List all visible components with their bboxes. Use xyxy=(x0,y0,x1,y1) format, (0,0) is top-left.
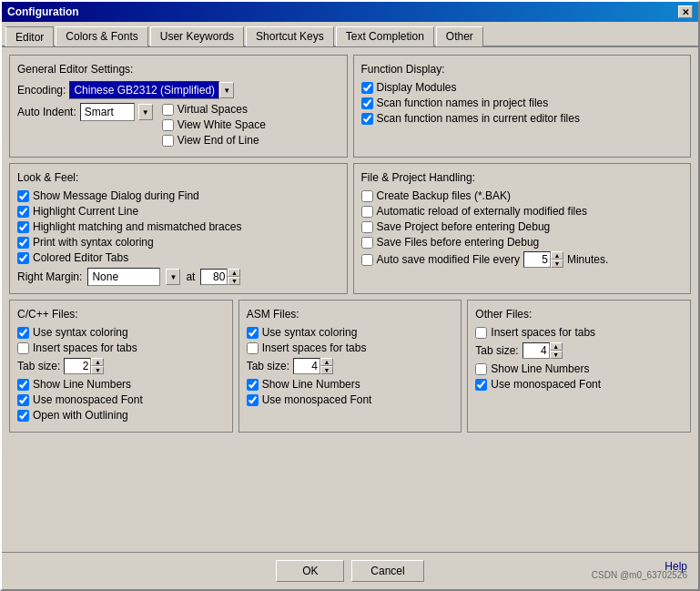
asm-tab-spin-down[interactable]: ▼ xyxy=(320,366,333,374)
cpp-outlining-row: Open with Outlining xyxy=(17,409,225,422)
dialog-title: Configuration xyxy=(7,5,79,18)
right-margin-arrow[interactable]: ▼ xyxy=(166,269,180,285)
cpp-outlining-label: Open with Outlining xyxy=(33,409,128,422)
other-insert-spaces-checkbox[interactable] xyxy=(475,327,487,339)
tab-editor[interactable]: Editor xyxy=(5,26,54,46)
cpp-insert-spaces-label: Insert spaces for tabs xyxy=(33,341,137,354)
virtual-spaces-row: Virtual Spaces xyxy=(162,103,266,116)
asm-tab-spin-up[interactable]: ▲ xyxy=(320,358,333,366)
other-title: Other Files: xyxy=(475,308,683,321)
save-files-checkbox[interactable] xyxy=(361,237,373,249)
auto-save-label: Auto save modified File every xyxy=(377,253,520,266)
other-insert-spaces-row: Insert spaces for tabs xyxy=(475,326,683,339)
right-margin-row: Right Margin: None ▼ at ▲ ▼ xyxy=(17,268,340,286)
tab-colors-fonts[interactable]: Colors & Fonts xyxy=(56,26,147,46)
auto-save-checkbox[interactable] xyxy=(361,254,373,266)
asm-use-syntax-checkbox[interactable] xyxy=(247,327,259,339)
configuration-dialog: Configuration ✕ Editor Colors & Fonts Us… xyxy=(0,0,700,591)
asm-insert-spaces-checkbox[interactable] xyxy=(247,342,259,354)
auto-indent-arrow[interactable]: ▼ xyxy=(138,104,153,120)
auto-save-spin-up[interactable]: ▲ xyxy=(551,251,563,260)
view-white-space-row: View White Space xyxy=(162,118,266,131)
encoding-dropdown-arrow[interactable]: ▼ xyxy=(219,82,234,98)
margin-spin-down[interactable]: ▼ xyxy=(228,277,240,285)
other-show-line-row: Show Line Numbers xyxy=(475,362,683,375)
colored-tabs-checkbox[interactable] xyxy=(17,252,29,264)
auto-save-spinbox: ▲ ▼ xyxy=(523,251,563,268)
cpp-outlining-checkbox[interactable] xyxy=(17,410,29,422)
other-tab-spin-down[interactable]: ▼ xyxy=(550,351,563,359)
create-backup-checkbox[interactable] xyxy=(361,190,373,202)
file-project-title: File & Project Handling: xyxy=(361,171,684,184)
colored-tabs-label: Colored Editor Tabs xyxy=(33,251,128,264)
close-button[interactable]: ✕ xyxy=(678,5,693,18)
other-files-panel: Other Files: Insert spaces for tabs Tab … xyxy=(467,300,691,433)
right-margin-select[interactable]: None xyxy=(87,268,160,286)
highlight-braces-label: Highlight matching and mismatched braces xyxy=(33,220,241,233)
virtual-spaces-checkbox[interactable] xyxy=(162,104,174,116)
auto-indent-group: Auto Indent: Smart ▼ xyxy=(17,103,153,125)
view-end-of-line-checkbox[interactable] xyxy=(162,135,174,147)
tab-user-keywords[interactable]: User Keywords xyxy=(150,26,244,46)
save-files-row: Save Files before entering Debug xyxy=(361,236,684,249)
cpp-monospaced-row: Use monospaced Font xyxy=(17,393,225,406)
asm-tab-input[interactable] xyxy=(293,358,320,374)
tab-shortcut-keys[interactable]: Shortcut Keys xyxy=(246,26,334,46)
cpp-tab-spin-down[interactable]: ▼ xyxy=(91,366,104,374)
cpp-monospaced-checkbox[interactable] xyxy=(17,394,29,406)
auto-save-spin-down[interactable]: ▼ xyxy=(551,260,563,268)
margin-spin-up[interactable]: ▲ xyxy=(228,269,240,277)
create-backup-label: Create Backup files (*.BAK) xyxy=(377,189,511,202)
other-tab-spinbox: ▲ ▼ xyxy=(522,342,563,359)
encoding-label: Encoding: xyxy=(17,84,66,97)
ok-button[interactable]: OK xyxy=(276,560,344,582)
scan-project-checkbox[interactable] xyxy=(361,97,373,109)
auto-reload-row: Automatic reload of externally modified … xyxy=(361,205,684,218)
other-monospaced-row: Use monospaced Font xyxy=(475,378,683,391)
at-label: at xyxy=(186,270,195,283)
print-syntax-checkbox[interactable] xyxy=(17,237,29,249)
auto-save-input[interactable] xyxy=(523,251,551,268)
cpp-use-syntax-checkbox[interactable] xyxy=(17,327,29,339)
cpp-insert-spaces-checkbox[interactable] xyxy=(17,342,29,354)
display-modules-checkbox[interactable] xyxy=(361,82,373,94)
asm-insert-spaces-row: Insert spaces for tabs xyxy=(247,341,454,354)
cancel-button[interactable]: Cancel xyxy=(351,560,423,582)
cpp-tab-input[interactable] xyxy=(64,358,91,374)
asm-monospaced-label: Use monospaced Font xyxy=(262,393,372,406)
asm-use-syntax-row: Use syntax coloring xyxy=(247,326,454,339)
highlight-line-row: Highlight Current Line xyxy=(17,205,340,218)
other-tab-input[interactable] xyxy=(522,342,550,359)
help-link[interactable]: Help xyxy=(664,560,687,573)
encoding-select[interactable]: Chinese GB2312 (Simplified) xyxy=(69,81,219,99)
margin-input[interactable] xyxy=(200,269,228,285)
auto-indent-select[interactable]: Smart xyxy=(80,103,135,121)
top-row: General Editor Settings: Encoding: Chine… xyxy=(9,55,691,158)
cpp-show-line-checkbox[interactable] xyxy=(17,379,29,391)
show-message-label: Show Message Dialog during Find xyxy=(33,189,199,202)
look-feel-panel: Look & Feel: Show Message Dialog during … xyxy=(9,163,348,294)
show-message-checkbox[interactable] xyxy=(17,190,29,202)
colored-tabs-row: Colored Editor Tabs xyxy=(17,251,340,264)
cpp-tab-spin-up[interactable]: ▲ xyxy=(91,358,104,366)
tab-other[interactable]: Other xyxy=(436,26,483,46)
save-project-checkbox[interactable] xyxy=(361,221,373,233)
view-end-of-line-label: View End of Line xyxy=(178,134,259,147)
scan-current-row: Scan function names in current editor fi… xyxy=(361,112,684,125)
highlight-line-checkbox[interactable] xyxy=(17,206,29,218)
tab-text-completion[interactable]: Text Completion xyxy=(336,26,434,46)
cpp-insert-spaces-row: Insert spaces for tabs xyxy=(17,341,225,354)
auto-reload-checkbox[interactable] xyxy=(361,206,373,218)
asm-monospaced-checkbox[interactable] xyxy=(247,394,259,406)
scan-current-checkbox[interactable] xyxy=(361,113,373,125)
view-white-space-checkbox[interactable] xyxy=(162,119,174,131)
bottom-bar: OK Cancel CSDN @m0_63702526 Help xyxy=(2,552,698,589)
scan-project-label: Scan function names in project files xyxy=(377,97,549,109)
other-show-line-checkbox[interactable] xyxy=(475,363,487,375)
other-monospaced-checkbox[interactable] xyxy=(475,379,487,391)
show-message-row: Show Message Dialog during Find xyxy=(17,189,340,202)
other-tab-spin-up[interactable]: ▲ xyxy=(550,342,563,351)
checkboxes-group: Virtual Spaces View White Space View End… xyxy=(162,103,266,149)
asm-show-line-checkbox[interactable] xyxy=(247,379,259,391)
highlight-braces-checkbox[interactable] xyxy=(17,221,29,233)
